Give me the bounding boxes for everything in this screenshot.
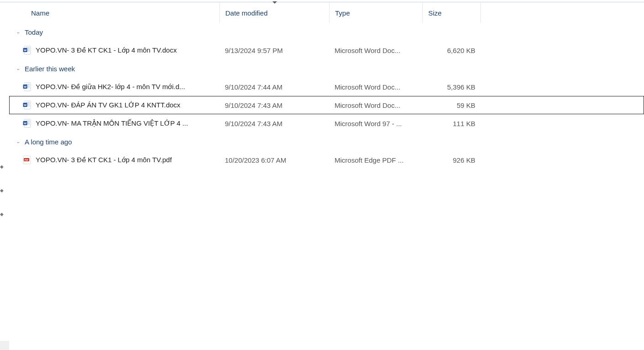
svg-rect-15 — [26, 102, 30, 103]
file-name: YOPO.VN- ĐÁP ÁN TV GK1 LỚP 4 KNTT.docx — [36, 101, 181, 109]
left-edge-markers: ◆ ◆ ◆ — [0, 164, 5, 217]
svg-rect-22 — [26, 121, 30, 121]
file-type: Microsoft Word Doc... — [329, 101, 422, 109]
column-header-name[interactable]: Name — [9, 3, 219, 23]
group-header[interactable]: ⌄A long time ago — [9, 133, 644, 151]
file-date: 10/20/2023 6:07 AM — [219, 156, 329, 164]
svg-text:W: W — [24, 49, 27, 52]
file-type: Microsoft Word Doc... — [329, 47, 422, 54]
file-row[interactable]: WYOPO.VN- ĐÁP ÁN TV GK1 LỚP 4 KNTT.docx9… — [9, 96, 644, 114]
group-label: Today — [25, 28, 43, 36]
group-header[interactable]: ⌄Today — [9, 23, 644, 41]
column-header-type[interactable]: Type — [329, 3, 422, 23]
word-file-icon: W — [23, 119, 31, 128]
column-header-size[interactable]: Size — [422, 3, 481, 23]
file-row[interactable]: WYOPO.VN- MA TRẬN MÔN TIẾNG VIỆT LỚP 4 .… — [9, 114, 644, 133]
svg-text:W: W — [24, 122, 27, 125]
column-type-label: Type — [335, 9, 350, 17]
chevron-down-icon: ⌄ — [15, 139, 22, 144]
marker-icon: ◆ — [0, 188, 5, 193]
file-size: 6,620 KB — [422, 47, 481, 54]
svg-text:W: W — [24, 85, 27, 88]
file-date: 9/10/2024 7:44 AM — [219, 83, 329, 91]
word-file-icon: W — [23, 82, 31, 91]
svg-text:W: W — [24, 104, 27, 106]
file-size: 5,396 KB — [422, 83, 481, 91]
file-date: 9/13/2024 9:57 PM — [219, 47, 329, 54]
group-header[interactable]: ⌄Earlier this week — [9, 59, 644, 78]
file-name: YOPO.VN- MA TRẬN MÔN TIẾNG VIỆT LỚP 4 ..… — [36, 119, 188, 127]
file-list-panel: Name Date modified Type Size ⌄TodayWYOPO… — [9, 3, 644, 350]
file-list-body: ⌄TodayWYOPO.VN- 3 Đề KT CK1 - Lớp 4 môn … — [9, 23, 644, 169]
column-header-row: Name Date modified Type Size — [9, 3, 644, 23]
column-size-label: Size — [428, 9, 442, 17]
chevron-down-icon: ⌄ — [15, 30, 22, 34]
file-row[interactable]: WYOPO.VN- 3 Đề KT CK1 - Lớp 4 môn TV.doc… — [9, 41, 644, 59]
word-file-icon: W — [23, 46, 31, 55]
file-name: YOPO.VN- Đề giữa HK2- lớp 4 - môn TV mới… — [36, 83, 185, 91]
group-label: A long time ago — [25, 138, 72, 146]
svg-rect-8 — [26, 84, 30, 85]
pdf-file-icon: PDF — [23, 155, 31, 164]
scrollbar-corner — [0, 341, 9, 350]
svg-text:PDF: PDF — [25, 159, 29, 161]
marker-icon: ◆ — [0, 164, 5, 169]
file-date: 9/10/2024 7:43 AM — [219, 120, 329, 127]
column-name-label: Name — [31, 9, 49, 17]
file-date: 9/10/2024 7:43 AM — [219, 101, 329, 109]
file-size: 111 KB — [422, 120, 481, 127]
file-name: YOPO.VN- 3 Đề KT CK1 - Lớp 4 môn TV.docx — [36, 46, 177, 54]
chevron-down-icon: ⌄ — [15, 66, 22, 71]
file-row[interactable]: PDFYOPO.VN- 3 Đề KT CK1 - Lớp 4 môn TV.p… — [9, 151, 644, 169]
file-name: YOPO.VN- 3 Đề KT CK1 - Lớp 4 môn TV.pdf — [36, 156, 172, 164]
file-type: Microsoft Edge PDF ... — [329, 156, 422, 164]
file-size: 59 KB — [422, 101, 481, 109]
svg-rect-1 — [26, 48, 30, 48]
group-label: Earlier this week — [25, 65, 75, 73]
column-header-date[interactable]: Date modified — [219, 3, 329, 23]
file-type: Microsoft Word 97 - ... — [329, 120, 422, 127]
file-size: 926 KB — [422, 156, 481, 164]
file-row[interactable]: WYOPO.VN- Đề giữa HK2- lớp 4 - môn TV mớ… — [9, 78, 644, 96]
marker-icon: ◆ — [0, 212, 5, 217]
word-file-icon: W — [23, 101, 31, 110]
file-type: Microsoft Word Doc... — [329, 83, 422, 91]
sort-descending-icon — [272, 1, 277, 4]
column-date-label: Date modified — [225, 9, 268, 17]
